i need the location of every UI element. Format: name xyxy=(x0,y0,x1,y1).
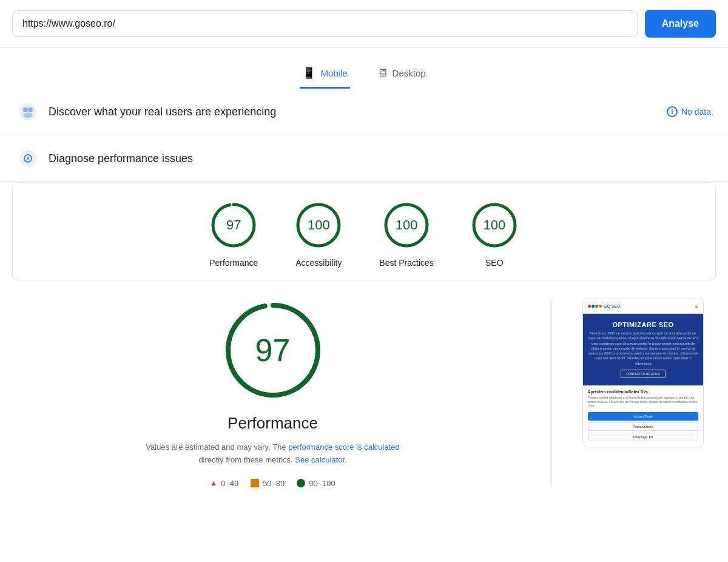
score-label-best-practices: Best Practices xyxy=(379,258,433,268)
big-score-number: 97 xyxy=(255,332,291,368)
detail-title: Performance xyxy=(228,414,318,433)
green-indicator xyxy=(297,479,305,487)
preview-contact-btn: CONTACTATI-NE ACUM xyxy=(621,370,665,378)
tab-desktop[interactable]: 🖥 Desktop xyxy=(374,60,428,89)
dot-yellow xyxy=(599,305,602,308)
cookie-accept-btn: Accept Toate xyxy=(588,412,698,421)
tab-desktop-label: Desktop xyxy=(393,68,426,78)
big-score-circle: 97 xyxy=(221,299,325,402)
preview-logo: GO SEO xyxy=(588,304,621,308)
score-value-performance: 97 xyxy=(226,217,241,233)
dot-green xyxy=(592,305,595,308)
scores-panel: 97 Performance 100 Accessibility 100 Bes… xyxy=(12,182,716,280)
score-circle-performance: 97 xyxy=(209,201,258,249)
analyse-button[interactable]: Analyse xyxy=(645,10,716,38)
cookie-banner: Apreciem confidențialitatea Dvs. Folosim… xyxy=(583,385,703,447)
svg-point-1 xyxy=(23,107,28,112)
cookie-reject-btn: Respinge Tot xyxy=(588,433,698,441)
no-data-label: No data xyxy=(681,107,711,117)
svg-point-2 xyxy=(28,107,33,112)
score-value-seo: 100 xyxy=(483,217,505,233)
orange-indicator xyxy=(251,479,259,487)
legend-orange: 50–89 xyxy=(251,479,285,488)
desktop-icon: 🖥 xyxy=(377,67,388,80)
detail-description: Values are estimated and may vary. The p… xyxy=(133,441,413,467)
legend-red-range: 0–49 xyxy=(221,479,238,488)
hamburger-icon: ≡ xyxy=(695,303,698,310)
diagnose-title: Diagnose performance issues xyxy=(49,152,711,165)
discover-section: Discover what your real users are experi… xyxy=(0,89,728,135)
score-best-practices: 100 Best Practices xyxy=(379,201,433,268)
calculator-link[interactable]: See calculator. xyxy=(295,455,346,464)
diagnose-icon xyxy=(17,147,39,169)
legend-green: 90–100 xyxy=(297,479,335,488)
dot-red xyxy=(588,305,591,308)
cookie-text: Folosim cookie-uri pentru a vă îmbunătăț… xyxy=(588,396,698,408)
svg-point-3 xyxy=(23,113,33,118)
preview-logo-text: GO SEO xyxy=(604,304,621,308)
score-value-best-practices: 100 xyxy=(396,217,418,233)
discover-title: Discover what your real users are experi… xyxy=(49,106,667,118)
legend-red: ▲ 0–49 xyxy=(210,479,238,488)
preview-header: GO SEO ≡ xyxy=(583,299,703,314)
score-circle-best-practices: 100 xyxy=(382,201,431,249)
svg-point-6 xyxy=(27,157,29,160)
score-accessibility: 100 Accessibility xyxy=(294,201,343,268)
detail-left: 97 Performance Values are estimated and … xyxy=(24,299,521,488)
legend: ▲ 0–49 50–89 90–100 xyxy=(210,479,335,488)
preview-hero-text: Optimizare SEO, un serviciu special care… xyxy=(588,331,698,366)
score-seo: 100 SEO xyxy=(470,201,519,268)
cookie-title: Apreciem confidențialitatea Dvs. xyxy=(588,390,698,394)
tab-mobile-label: Mobile xyxy=(320,68,347,78)
tabs-section: 📱 Mobile 🖥 Desktop xyxy=(0,48,728,89)
url-bar-section: Analyse xyxy=(0,0,728,48)
tab-mobile[interactable]: 📱 Mobile xyxy=(300,60,349,89)
score-circle-accessibility: 100 xyxy=(294,201,343,249)
info-icon: i xyxy=(667,106,678,117)
legend-green-range: 90–100 xyxy=(309,479,335,488)
detail-divider xyxy=(551,299,552,488)
website-preview: GO SEO ≡ OPTIMIZARE SEO Optimizare SEO, … xyxy=(582,299,704,447)
detail-section: 97 Performance Values are estimated and … xyxy=(0,280,728,506)
score-label-seo: SEO xyxy=(485,258,504,268)
score-performance: 97 Performance xyxy=(209,201,258,268)
score-label-performance: Performance xyxy=(209,258,258,268)
legend-orange-range: 50–89 xyxy=(263,479,285,488)
score-label-accessibility: Accessibility xyxy=(295,258,342,268)
no-data-indicator: i No data xyxy=(667,106,711,117)
performance-score-link[interactable]: performance score is calculated xyxy=(288,442,400,452)
cookie-personalize-btn: Personalizare xyxy=(588,422,698,431)
diagnose-section: Diagnose performance issues xyxy=(0,135,728,182)
phone-preview-frame: GO SEO ≡ OPTIMIZARE SEO Optimizare SEO, … xyxy=(582,299,704,447)
discover-icon xyxy=(17,101,39,123)
dot-blue xyxy=(595,305,598,308)
mobile-icon: 📱 xyxy=(302,66,315,80)
score-value-accessibility: 100 xyxy=(308,217,330,233)
url-input[interactable] xyxy=(12,10,638,37)
preview-hero: OPTIMIZARE SEO Optimizare SEO, un servic… xyxy=(583,314,703,385)
score-circle-seo: 100 xyxy=(470,201,519,249)
preview-hero-title: OPTIMIZARE SEO xyxy=(588,321,698,328)
logo-dots xyxy=(588,305,602,308)
